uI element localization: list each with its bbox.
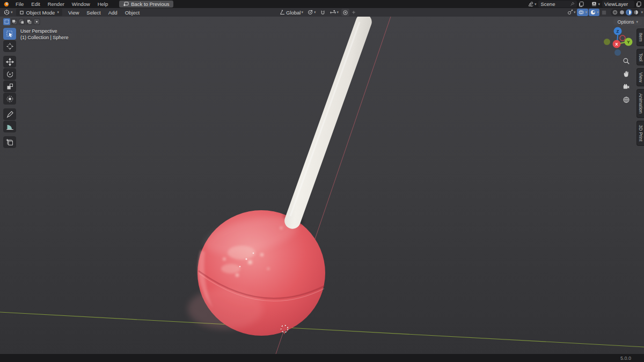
viewport-header-right: ▾ ▾ ▾ [566,8,643,17]
show-overlays-button[interactable]: ▾ [577,9,588,16]
gizmo-axis-neg-y[interactable] [604,39,610,45]
shading-material-preview-button[interactable] [626,9,632,16]
select-mode-invert-button[interactable] [26,18,33,25]
tool-add-cube-button[interactable] [3,136,16,148]
rendered-shading-icon [633,10,639,15]
menu-help[interactable]: Help [94,0,112,8]
tool-scale-button[interactable] [3,80,16,92]
status-bar: 5.0.0 [0,354,644,362]
gizmo-axis-z[interactable]: Z [614,27,622,35]
sidebar-tabs: Item Tool View Animation 3D Print [636,28,644,146]
select-mode-subtract-button[interactable] [18,18,25,25]
chevron-down-icon: ▾ [314,10,316,14]
scene-icon [528,1,534,7]
material-preview-shading-icon [626,10,632,15]
scene-name: Scene [540,1,568,7]
proportional-falloff-icon[interactable] [351,10,356,15]
toggle-xray-alt-button[interactable] [600,9,608,16]
snap-settings-button[interactable]: ▾ [328,9,340,16]
gizmo-axis-neg-x[interactable] [620,35,625,41]
tool-move-button[interactable] [3,56,16,68]
back-arrow-icon [123,2,129,6]
viewlayer-name-field[interactable]: ViewLayer [602,1,634,8]
viewport-nav-icons [621,56,631,105]
scene-name-field[interactable]: Scene [538,1,577,8]
toggle-perspective-button[interactable] [621,95,631,105]
menu-add[interactable]: Add [105,9,121,17]
options-button[interactable]: Options ▾ [613,18,642,25]
menu-edit[interactable]: Edit [27,0,43,8]
snap-increment-icon [330,10,336,16]
scene-browse-button[interactable]: ▾ [526,1,538,8]
shading-dropdown-chevron-icon[interactable]: ▾ [641,10,643,14]
zoom-view-button[interactable] [621,56,631,66]
topbar-right: ▾ Scene ▾ [526,1,644,8]
chevron-down-icon: ▾ [57,10,59,14]
new-scene-icon[interactable] [578,1,584,8]
pin-icon[interactable] [570,2,575,6]
mode-selector[interactable]: Object Mode ▾ [16,9,62,16]
tool-rotate-button[interactable] [3,68,16,80]
shading-solid-button[interactable] [619,9,625,16]
tool-annotate-button[interactable] [3,108,16,120]
blender-logo-icon [3,1,9,7]
shading-rendered-button[interactable] [633,9,639,16]
pivot-point-icon [307,9,313,16]
viewport-overlay-text: User Perspective (1) Collection | Sphere [20,28,68,41]
tab-view[interactable]: View [636,68,644,86]
menu-select[interactable]: Select [83,9,104,17]
transform-orientation-button[interactable]: Global ▾ [278,9,304,16]
stick-highlight [290,22,360,216]
chevron-down-icon: ▾ [535,2,537,6]
camera-view-button[interactable] [621,82,631,92]
tab-item[interactable]: Item [636,28,644,46]
select-mode-intersect-button[interactable] [33,18,40,25]
new-viewlayer-icon[interactable] [635,1,642,8]
magnet-icon [320,10,326,16]
viewport-header: ▾ Object Mode ▾ View Select Add Object [0,8,644,17]
tool-measure-button[interactable] [3,121,16,132]
shading-wireframe-button[interactable] [612,9,618,16]
wireframe-shading-icon [612,10,618,15]
object-mode-icon [19,10,24,15]
tool-cursor-button[interactable] [3,40,16,52]
3d-viewport[interactable]: Z Y X User Perspective (1) Collection | … [0,17,644,354]
pivot-point-button[interactable]: ▾ [306,9,317,16]
viewlayer-browse-button[interactable]: ▾ [590,1,601,8]
navigation-gizmo[interactable]: Z Y X [604,27,633,56]
version-label: 5.0.0 [620,356,631,361]
tool-transform-button[interactable] [3,93,16,105]
back-to-previous-button[interactable]: Back to Previous [119,1,173,8]
editor-type-button[interactable]: ▾ [2,9,14,16]
menu-render[interactable]: Render [44,0,68,8]
gizmo-axis-x[interactable]: X [613,40,621,48]
menu-file[interactable]: File [12,0,27,8]
tab-tool[interactable]: Tool [636,49,644,66]
options-label: Options [617,19,634,25]
view-perspective-label: User Perspective [20,28,68,34]
svg-text:Y: Y [627,40,630,45]
tool-select-box-button[interactable] [3,28,16,40]
mode-selector-label: Object Mode [26,10,55,16]
chevron-down-icon: ▾ [301,10,303,14]
snap-toggle-button[interactable] [319,9,327,16]
menu-object[interactable]: Object [121,9,143,17]
select-mode-row [3,18,40,25]
tab-3d-print[interactable]: 3D Print [636,121,644,146]
select-mode-extend-button[interactable] [11,18,18,25]
proportional-editing-icon [342,10,348,16]
xray-toggle-button[interactable]: ▾ [589,9,600,16]
menu-view[interactable]: View [64,9,83,17]
proportional-editing-button[interactable] [341,9,349,16]
tab-animation[interactable]: Animation [636,89,644,118]
chevron-down-icon: ▾ [574,10,576,14]
lollipop-candy[interactable] [188,210,325,336]
xray-icon [590,9,596,16]
show-gizmo-button[interactable]: ▾ [566,9,577,16]
menu-window[interactable]: Window [68,0,94,8]
gizmo-axis-neg-z[interactable] [614,49,621,56]
scene-canvas[interactable]: Z Y X [0,17,644,354]
pan-view-button[interactable] [621,69,631,79]
select-mode-new-button[interactable] [3,18,10,25]
gizmo-axis-y[interactable]: Y [625,38,633,46]
